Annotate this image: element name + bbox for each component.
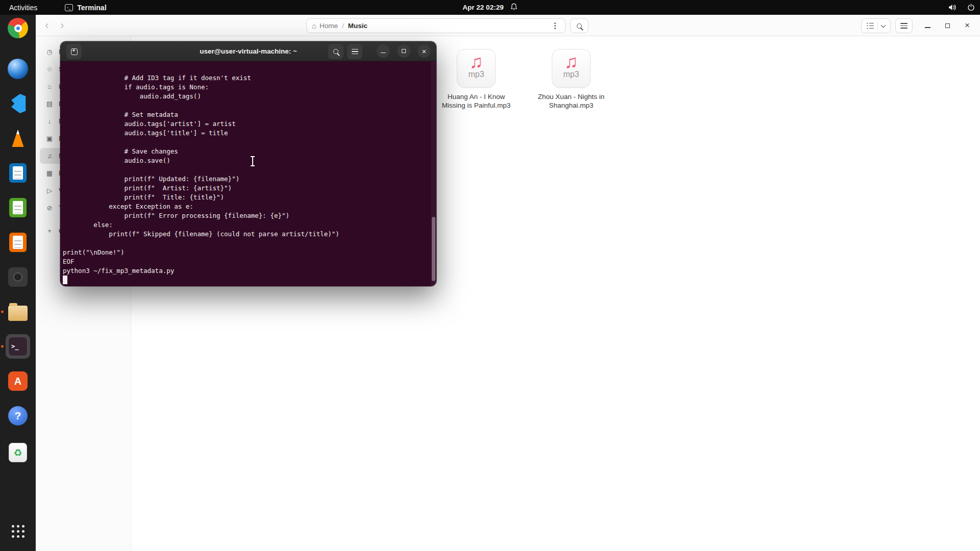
dark-media-app-icon xyxy=(8,267,28,287)
power-icon xyxy=(967,4,975,11)
terminal-window-icon: ›_ xyxy=(65,4,73,11)
back-button[interactable]: ‹ xyxy=(40,18,54,33)
dock-item-ubuntu-software[interactable]: A xyxy=(6,369,30,393)
terminal-cursor xyxy=(63,276,67,284)
breadcrumb-separator: / xyxy=(342,22,344,30)
top-bar: Activities ›_ Terminal Apr 22 02:29 xyxy=(0,0,980,15)
documents-icon: ▤ xyxy=(45,100,54,108)
terminal-output: # Add ID3 tag if it doesn't exist if aud… xyxy=(60,61,436,276)
help-app-icon: ? xyxy=(8,406,28,425)
running-indicator xyxy=(1,311,4,313)
files-app-icon xyxy=(8,306,28,321)
bell-icon xyxy=(511,3,518,12)
mp3-file-icon: ♫mp3 xyxy=(552,49,591,88)
clock-text: Apr 22 02:29 xyxy=(462,4,503,11)
volume-icon xyxy=(948,4,957,11)
terminal-menu-button[interactable] xyxy=(347,44,362,59)
vscode-icon xyxy=(9,94,27,113)
music-note-icon: ♫ xyxy=(470,53,483,71)
terminal-scrollbar-thumb[interactable] xyxy=(432,217,435,281)
ubuntu-software-icon: A xyxy=(8,371,28,391)
search-icon xyxy=(333,49,338,54)
mp3-file-icon: ♫mp3 xyxy=(457,49,496,88)
forward-button[interactable]: › xyxy=(55,18,69,33)
new-tab-button[interactable] xyxy=(66,44,82,59)
terminal-maximize-button[interactable] xyxy=(397,44,410,58)
dock-item-libreoffice-writer[interactable] xyxy=(6,161,30,185)
file-name-label: Zhou Xuan - Nights in Shanghai.mp3 xyxy=(530,92,612,110)
dock-item-dark-media-app[interactable] xyxy=(6,265,30,289)
activities-button[interactable]: Activities xyxy=(0,0,46,15)
libreoffice-impress-icon xyxy=(9,233,27,252)
clock-widget[interactable]: Apr 22 02:29 xyxy=(462,0,517,15)
downloads-icon: ↓ xyxy=(45,117,54,125)
dock-item-trash[interactable]: ♻ xyxy=(6,440,30,465)
dock-item-vlc-player[interactable] xyxy=(6,126,30,151)
breadcrumb-home[interactable]: Home xyxy=(320,22,338,30)
running-indicator xyxy=(1,345,4,348)
window-menu-button[interactable] xyxy=(895,18,913,33)
file-name-label: Huang An - I Know Missing is Painful.mp3 xyxy=(435,92,517,110)
music-note-icon: ♫ xyxy=(45,152,54,160)
terminal-window: user@user-virtual-machine: ~ × # Add ID3… xyxy=(60,41,436,286)
trash-icon: ⊘ xyxy=(45,204,54,212)
pictures-icon: ▦ xyxy=(45,169,54,177)
desktop-icon: ▣ xyxy=(45,135,54,142)
terminal-app-icon: >_ xyxy=(8,337,28,356)
view-toggle-split-button[interactable] xyxy=(861,18,891,33)
terminal-close-button[interactable]: × xyxy=(418,44,431,58)
apps-grid-icon[interactable] xyxy=(12,525,24,538)
focused-app-indicator[interactable]: ›_ Terminal xyxy=(65,4,106,12)
dock-item-vscode[interactable] xyxy=(6,91,30,116)
list-view-icon xyxy=(867,23,874,29)
kebab-menu-icon[interactable] xyxy=(550,21,560,31)
terminal-search-button[interactable] xyxy=(328,44,344,59)
music-note-icon: ♫ xyxy=(565,53,578,71)
dock-item-help-app[interactable]: ? xyxy=(6,404,30,428)
path-bar[interactable]: ⌂ Home / Music xyxy=(306,18,566,33)
search-button[interactable] xyxy=(570,18,589,33)
star-icon: ☆ xyxy=(45,65,54,73)
focused-app-label: Terminal xyxy=(77,4,106,12)
trash-icon: ♻ xyxy=(9,443,27,462)
libreoffice-calc-icon xyxy=(9,198,27,217)
system-tray[interactable] xyxy=(948,0,975,15)
dock: >_A?♻ xyxy=(0,15,36,551)
other-locations-plus-icon: + xyxy=(45,227,54,235)
mp3-badge: mp3 xyxy=(563,70,579,79)
files-header-bar: ‹ › ⌂ Home / Music × xyxy=(36,15,980,36)
new-tab-icon xyxy=(71,48,78,55)
maximize-button[interactable] xyxy=(941,19,954,32)
search-icon xyxy=(577,23,582,29)
minimize-button[interactable] xyxy=(921,19,934,32)
dock-item-terminal-app[interactable]: >_ xyxy=(6,334,30,359)
file-item[interactable]: ♫mp3Zhou Xuan - Nights in Shanghai.mp3 xyxy=(530,49,612,110)
videos-icon: ▷ xyxy=(45,187,54,194)
menu-icon xyxy=(352,49,358,55)
recent-clock-icon: ◷ xyxy=(45,48,54,56)
dock-item-chrome-browser[interactable] xyxy=(6,16,30,40)
chevron-down-icon xyxy=(881,22,886,28)
blue-sphere-app-icon xyxy=(8,59,28,79)
vlc-player-icon xyxy=(9,130,27,147)
file-item[interactable]: ♫mp3Huang An - I Know Missing is Painful… xyxy=(435,49,517,110)
mp3-badge: mp3 xyxy=(468,70,484,79)
chrome-browser-icon xyxy=(8,18,28,38)
dock-item-blue-sphere-app[interactable] xyxy=(6,57,30,81)
libreoffice-writer-icon xyxy=(9,163,27,183)
close-button[interactable]: × xyxy=(961,19,974,32)
hamburger-menu-icon xyxy=(900,23,908,29)
home-icon: ⌂ xyxy=(312,21,316,30)
dock-item-libreoffice-impress[interactable] xyxy=(6,230,30,255)
dock-item-libreoffice-calc[interactable] xyxy=(6,195,30,220)
dock-item-files-app[interactable] xyxy=(6,299,30,324)
terminal-body[interactable]: # Add ID3 tag if it doesn't exist if aud… xyxy=(60,61,436,286)
breadcrumb-current[interactable]: Music xyxy=(348,22,368,30)
terminal-minimize-button[interactable] xyxy=(377,44,390,58)
terminal-header-bar: user@user-virtual-machine: ~ × xyxy=(60,41,436,61)
home-icon: ⌂ xyxy=(45,83,54,90)
